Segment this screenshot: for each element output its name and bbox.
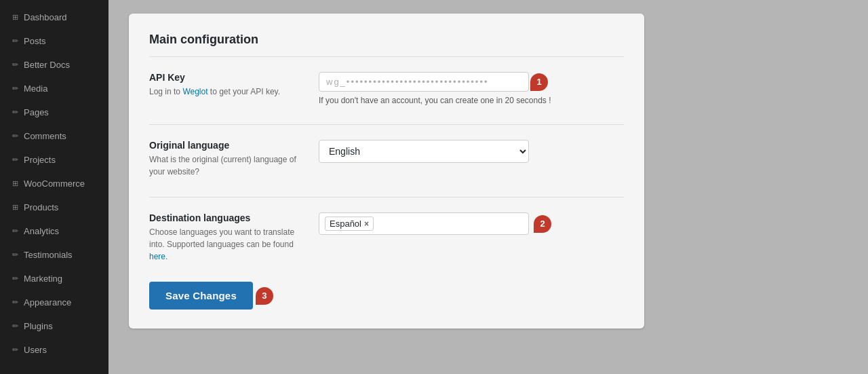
marketing-icon: ✏ [12, 274, 18, 283]
api-key-label: API Key [149, 72, 298, 83]
original-language-label-col: Original language What is the original (… [149, 140, 298, 178]
save-changes-button[interactable]: Save Changes [149, 282, 253, 310]
sidebar-item-media[interactable]: ✏ Media [3, 77, 106, 100]
sidebar-item-testimonials[interactable]: ✏ Testimonials [3, 244, 106, 266]
appearance-icon: ✏ [12, 298, 18, 307]
original-language-desc: What is the original (current) language … [149, 153, 298, 178]
sidebar-item-label: WooCommerce [24, 179, 85, 189]
sidebar-item-users[interactable]: ✏ Users [3, 339, 106, 361]
destination-languages-control: Español × 2 [319, 212, 624, 235]
main-area: Main configuration API Key Log in to Weg… [108, 0, 868, 374]
sidebar-item-label: Projects [24, 155, 56, 165]
api-key-section: API Key Log in to Weglot to get your API… [149, 72, 624, 105]
tag-remove-button[interactable]: × [364, 220, 369, 228]
sidebar-item-plugins[interactable]: ✏ Plugins [3, 315, 106, 337]
step-badge-3: 3 [256, 287, 273, 305]
testimonials-icon: ✏ [12, 250, 18, 259]
original-language-select[interactable]: English French Spanish German Italian [319, 140, 529, 163]
sidebar-item-label: Analytics [24, 226, 59, 236]
sidebar-item-label: Plugins [24, 321, 53, 331]
section-divider-1 [149, 124, 624, 125]
main-config-card: Main configuration API Key Log in to Weg… [129, 14, 644, 329]
analytics-icon: ✏ [12, 227, 18, 236]
sidebar-item-products[interactable]: ⊞ Products [3, 196, 106, 219]
sidebar-item-marketing[interactable]: ✏ Marketing [3, 267, 106, 290]
users-icon: ✏ [12, 345, 18, 354]
step-badge-1: 1 [530, 73, 548, 91]
dashboard-icon: ⊞ [12, 13, 18, 22]
destination-languages-section: Destination languages Choose languages y… [149, 212, 624, 263]
sidebar-item-analytics[interactable]: ✏ Analytics [3, 220, 106, 242]
destination-languages-label: Destination languages [149, 212, 298, 223]
sidebar-item-label: Users [24, 345, 47, 355]
original-language-section: Original language What is the original (… [149, 140, 624, 178]
sidebar-item-label: Comments [24, 131, 66, 141]
save-button-wrapper: Save Changes 3 [149, 282, 253, 310]
pages-icon: ✏ [12, 108, 18, 117]
sidebar-item-label: Pages [24, 107, 49, 117]
posts-icon: ✏ [12, 37, 18, 45]
woocommerce-icon: ⊞ [12, 179, 18, 188]
comments-icon: ✏ [12, 132, 18, 141]
sidebar-item-projects[interactable]: ✏ Projects [3, 149, 106, 171]
step-badge-2: 2 [534, 215, 551, 233]
sidebar-item-betterdocs[interactable]: ✏ Better Docs [3, 54, 106, 76]
sidebar-item-label: Products [24, 202, 58, 212]
sidebar-item-dashboard[interactable]: ⊞ Dashboard [3, 6, 106, 29]
tag-label: Español [330, 219, 361, 229]
api-key-input[interactable] [319, 72, 529, 92]
plugins-icon: ✏ [12, 322, 18, 331]
original-language-label: Original language [149, 140, 298, 151]
destination-languages-tags[interactable]: Español × 2 [319, 212, 529, 235]
dest-desc-suffix: . [165, 252, 167, 261]
sidebar-item-label: Better Docs [24, 60, 70, 70]
sidebar-item-comments[interactable]: ✏ Comments [3, 125, 106, 147]
original-language-control: English French Spanish German Italian [319, 140, 624, 163]
api-key-label-col: API Key Log in to Weglot to get your API… [149, 72, 298, 98]
api-key-desc-prefix: Log in to [149, 87, 182, 96]
sidebar-item-label: Dashboard [24, 12, 67, 22]
weglot-link[interactable]: Weglot [182, 87, 208, 96]
products-icon: ⊞ [12, 203, 18, 212]
sidebar-item-label: Appearance [24, 297, 71, 307]
dest-desc-prefix: Choose languages you want to translate i… [149, 227, 294, 249]
sidebar-item-label: Marketing [24, 274, 62, 284]
sidebar-item-pages[interactable]: ✏ Pages [3, 101, 106, 124]
language-tag-espanol[interactable]: Español × [325, 217, 374, 231]
section-divider-2 [149, 197, 624, 198]
destination-languages-label-col: Destination languages Choose languages y… [149, 212, 298, 263]
api-key-desc: Log in to Weglot to get your API key. [149, 86, 298, 98]
sidebar: ⊞ Dashboard ✏ Posts ✏ Better Docs ✏ Medi… [0, 0, 108, 374]
destination-languages-desc: Choose languages you want to translate i… [149, 226, 298, 263]
media-icon: ✏ [12, 84, 18, 93]
betterdocs-icon: ✏ [12, 60, 18, 69]
sidebar-item-label: Posts [24, 36, 46, 46]
sidebar-item-woocommerce[interactable]: ⊞ WooCommerce [3, 172, 106, 195]
api-key-wrapper: 1 [319, 72, 529, 92]
card-title: Main configuration [149, 33, 624, 57]
sidebar-item-appearance[interactable]: ✏ Appearance [3, 291, 106, 314]
api-key-hint: If you don't have an account, you can cr… [319, 96, 624, 105]
api-key-desc-suffix: to get your API key. [208, 87, 281, 96]
sidebar-item-label: Media [24, 83, 47, 94]
here-link[interactable]: here [149, 252, 165, 261]
sidebar-item-posts[interactable]: ✏ Posts [3, 30, 106, 52]
sidebar-item-label: Testimonials [24, 250, 73, 260]
projects-icon: ✏ [12, 155, 18, 164]
api-key-control: 1 If you don't have an account, you can … [319, 72, 624, 105]
